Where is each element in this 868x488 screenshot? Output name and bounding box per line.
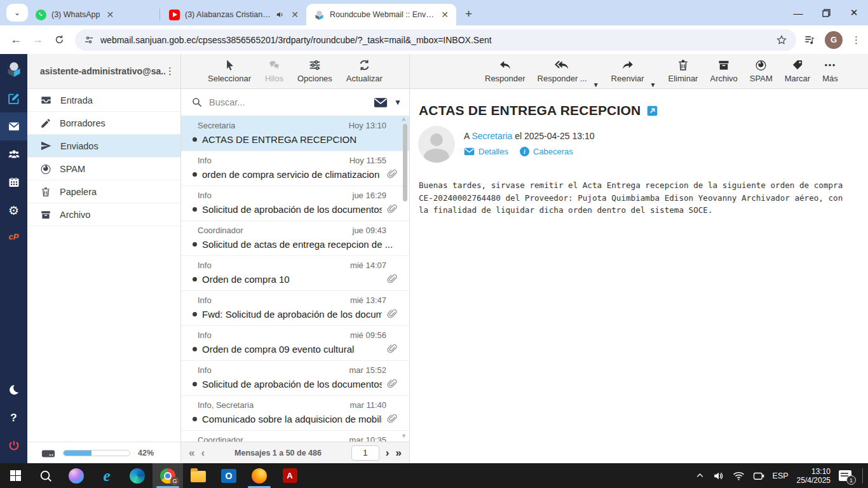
- reply-button[interactable]: Responder: [485, 58, 526, 83]
- url-bar[interactable]: webmail.sanjuan.gob.ec/cpsess3856565201/…: [75, 29, 796, 51]
- tab-audio-icon[interactable]: [276, 10, 285, 19]
- help-icon[interactable]: ?: [0, 403, 27, 431]
- sidebar-item-papelera[interactable]: Papelera: [27, 180, 180, 203]
- account-menu-icon[interactable]: ⋮: [165, 65, 175, 77]
- message-row[interactable]: Info Hoy 11:55 orden de compra servicio …: [181, 151, 409, 186]
- calendar-icon[interactable]: [0, 168, 27, 196]
- first-page-icon[interactable]: «: [189, 447, 194, 459]
- cpanel-icon[interactable]: cP: [0, 224, 27, 248]
- search-scope-mail-icon[interactable]: [374, 97, 388, 108]
- language-indicator[interactable]: ESP: [773, 471, 789, 480]
- meet-now-icon[interactable]: [753, 471, 764, 481]
- notification-center-icon[interactable]: 1: [839, 470, 851, 481]
- prev-page-icon[interactable]: ‹: [201, 447, 205, 459]
- restore-button[interactable]: [812, 0, 840, 25]
- search-options-chevron-icon[interactable]: ▼: [394, 98, 402, 107]
- reply-label: Responder: [485, 74, 526, 83]
- archive-button[interactable]: Archivo: [710, 58, 737, 83]
- message-row[interactable]: Info mié 14:07 Orden de compra 10: [181, 256, 409, 291]
- message-row[interactable]: Info mar 15:52 Solicitud de aprobación d…: [181, 361, 409, 396]
- recipient-link[interactable]: Secretaria: [471, 131, 512, 141]
- close-icon[interactable]: ✕: [440, 10, 450, 20]
- settings-gear-icon[interactable]: ⚙: [0, 196, 27, 224]
- sidebar-item-archivo[interactable]: Archivo: [27, 203, 180, 226]
- media-controls-icon[interactable]: [804, 34, 816, 46]
- dark-mode-moon-icon[interactable]: [0, 376, 27, 403]
- tab-roundcube[interactable]: Roundcube Webmail :: Enviados ✕: [306, 4, 456, 25]
- mark-button[interactable]: Marcar: [785, 58, 810, 83]
- wifi-icon[interactable]: [733, 471, 745, 481]
- reply-all-button[interactable]: Responder ...: [538, 58, 587, 83]
- bookmark-star-icon[interactable]: [776, 34, 787, 46]
- mail-nav-icon[interactable]: [0, 112, 27, 140]
- refresh-list-button[interactable]: Actualizar: [346, 58, 383, 83]
- tab-whatsapp[interactable]: (3) WhatsApp ✕: [28, 5, 158, 24]
- outlook-button[interactable]: O: [214, 463, 244, 488]
- close-window-button[interactable]: ✕: [840, 0, 868, 25]
- sidebar-item-spam[interactable]: SPAM: [27, 158, 180, 180]
- message-row[interactable]: Coordinador jue 09:43 Solicitud de actas…: [181, 221, 409, 256]
- internet-explorer-button[interactable]: e: [92, 463, 122, 488]
- headers-button[interactable]: i Cabeceras: [520, 147, 573, 156]
- chrome-button[interactable]: G: [153, 463, 183, 488]
- forward-icon[interactable]: →: [27, 29, 48, 51]
- close-icon[interactable]: ✕: [105, 10, 115, 20]
- tab-youtube[interactable]: (3) Alabanzas Cristianas 202 ✕: [161, 5, 306, 24]
- browser-menu-icon[interactable]: ⋮: [851, 34, 862, 46]
- message-row[interactable]: Info jue 16:29 Solicitud de aprobación d…: [181, 186, 409, 221]
- page-number-input[interactable]: [351, 445, 379, 461]
- edge-button[interactable]: [122, 463, 153, 488]
- volume-icon[interactable]: [713, 470, 724, 482]
- profile-avatar[interactable]: G: [825, 31, 843, 49]
- search-input[interactable]: [209, 97, 367, 107]
- contacts-icon[interactable]: [0, 140, 27, 168]
- close-icon[interactable]: ✕: [290, 10, 300, 20]
- copilot-button[interactable]: [61, 463, 92, 488]
- unread-dot-icon: [193, 242, 197, 247]
- acrobat-button[interactable]: A: [275, 463, 305, 488]
- sidebar-item-borradores[interactable]: Borradores: [27, 112, 180, 135]
- options-button[interactable]: Opciones: [297, 58, 332, 83]
- list-scrollbar[interactable]: [403, 124, 407, 201]
- reply-all-dropdown-icon[interactable]: ▼: [593, 81, 599, 88]
- open-in-new-window-icon[interactable]: [647, 105, 658, 116]
- next-page-icon[interactable]: ›: [386, 447, 390, 459]
- flame-icon: [755, 58, 767, 72]
- logout-power-icon[interactable]: [0, 431, 27, 459]
- details-button[interactable]: Detalles: [464, 147, 508, 156]
- refresh-icon[interactable]: [48, 29, 70, 51]
- compose-icon[interactable]: [0, 85, 27, 112]
- message-row[interactable]: Info, Secretaria mar 11:40 Comunicado so…: [181, 396, 409, 431]
- roundcube-logo-icon[interactable]: [0, 54, 27, 85]
- spam-button[interactable]: SPAM: [750, 58, 773, 83]
- tray-expand-chevron-icon[interactable]: [695, 471, 705, 480]
- minimize-button[interactable]: —: [784, 0, 812, 25]
- new-tab-button[interactable]: +: [465, 7, 472, 21]
- sidebar-item-enviados[interactable]: Enviados: [27, 135, 180, 158]
- firefox-button[interactable]: [244, 463, 275, 488]
- message-row[interactable]: Coordinador mar 10:35: [181, 431, 409, 442]
- message-row[interactable]: Secretaria Hoy 13:10 ACTAS DE ENTREGA RE…: [181, 116, 409, 151]
- more-button[interactable]: Más: [822, 58, 838, 83]
- delete-button[interactable]: Eliminar: [668, 58, 698, 83]
- message-row[interactable]: Info mié 09:56 Orden de compra 09 evento…: [181, 326, 409, 361]
- sidebar-item-entrada[interactable]: Entrada: [27, 89, 180, 112]
- message-row[interactable]: Info mié 13:47 Fwd: Solicitud de aprobac…: [181, 291, 409, 326]
- threads-button[interactable]: Hilos: [265, 58, 283, 83]
- forward-dropdown-icon[interactable]: ▼: [650, 81, 656, 88]
- back-icon[interactable]: ←: [5, 29, 27, 51]
- file-explorer-button[interactable]: [183, 463, 214, 488]
- start-button[interactable]: [0, 463, 31, 488]
- tab-search-button[interactable]: ⌄: [6, 4, 28, 22]
- url-text[interactable]: webmail.sanjuan.gob.ec/cpsess3856565201/…: [100, 35, 770, 45]
- scroll-up-icon[interactable]: ▲: [401, 116, 407, 122]
- more-label: Más: [822, 74, 838, 83]
- clock[interactable]: 13:10 25/4/2025: [797, 467, 831, 485]
- select-button[interactable]: Seleccionar: [208, 58, 251, 83]
- last-page-icon[interactable]: »: [396, 447, 402, 459]
- scroll-down-icon[interactable]: ▼: [401, 433, 407, 439]
- taskbar-search-button[interactable]: [31, 463, 61, 488]
- forward-button[interactable]: Reenviar: [611, 58, 644, 83]
- show-desktop-strip[interactable]: [862, 468, 863, 484]
- tune-icon[interactable]: [84, 35, 94, 45]
